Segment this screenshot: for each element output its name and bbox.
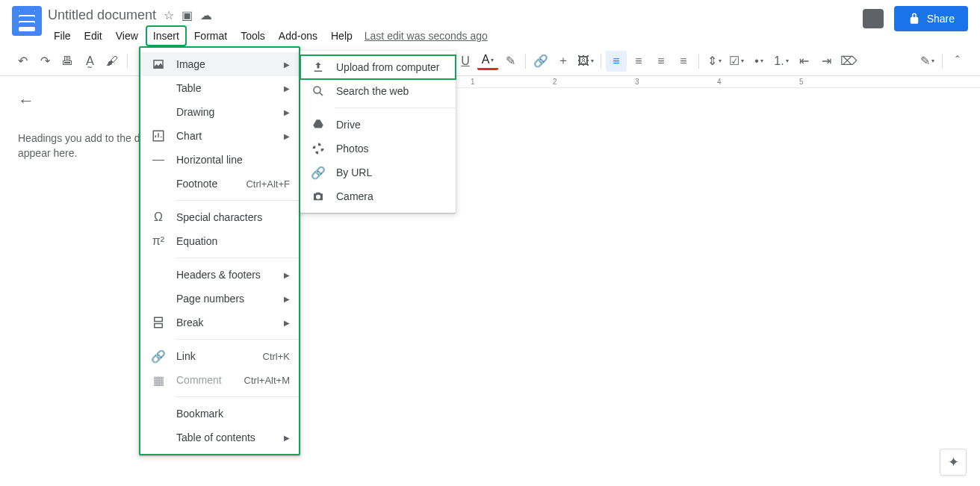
- open-comments-icon[interactable]: [863, 9, 884, 28]
- underline-button[interactable]: U: [455, 51, 476, 72]
- submenu-arrow-icon: ▶: [284, 271, 290, 279]
- menu-file[interactable]: File: [48, 27, 77, 45]
- increase-indent-button[interactable]: ⇥: [816, 51, 837, 72]
- spellcheck-button[interactable]: A̰: [79, 51, 100, 72]
- editing-mode-button[interactable]: ✎: [917, 51, 937, 72]
- print-button[interactable]: 🖶: [57, 51, 78, 72]
- menu-addons[interactable]: Add-ons: [273, 27, 323, 45]
- clear-formatting-button[interactable]: ⌦: [838, 51, 859, 72]
- bulleted-list-button[interactable]: •: [748, 51, 769, 72]
- insert-image-item[interactable]: Image ▶: [140, 52, 299, 76]
- menu-label: Footnote: [176, 178, 235, 190]
- menu-label: Comment: [176, 374, 234, 386]
- submenu-arrow-icon: ▶: [284, 60, 290, 69]
- insert-break-item[interactable]: Break ▶: [140, 311, 299, 334]
- ruler-mark: 5: [799, 78, 804, 86]
- blank-icon: [151, 267, 166, 282]
- align-center-button[interactable]: ≡: [628, 51, 649, 72]
- submenu-arrow-icon: ▶: [284, 108, 290, 116]
- separator: [525, 54, 526, 69]
- menu-separator: [335, 108, 456, 108]
- insert-page-numbers-item[interactable]: Page numbers ▶: [140, 287, 299, 311]
- camera-item[interactable]: Camera: [300, 184, 456, 208]
- menu-tools[interactable]: Tools: [235, 27, 271, 45]
- pi-icon: π²: [151, 234, 166, 249]
- submenu-arrow-icon: ▶: [284, 319, 290, 327]
- align-justify-button[interactable]: ≡: [673, 51, 694, 72]
- insert-link-item[interactable]: 🔗 Link Ctrl+K: [140, 344, 299, 368]
- redo-button[interactable]: ↷: [34, 51, 55, 72]
- svg-rect-1: [155, 317, 163, 321]
- insert-comment-item[interactable]: ▦ Comment Ctrl+Alt+M: [140, 368, 299, 392]
- explore-button[interactable]: ✦: [940, 449, 967, 476]
- hide-menus-button[interactable]: ˆ: [947, 51, 968, 72]
- menu-label: Headers & footers: [176, 269, 273, 281]
- share-button[interactable]: Share: [894, 6, 968, 31]
- link-icon: 🔗: [151, 349, 166, 364]
- menu-label: Drawing: [176, 106, 273, 118]
- cloud-status-icon[interactable]: ☁: [200, 8, 212, 22]
- menu-bar: File Edit View Insert Format Tools Add-o…: [48, 25, 863, 46]
- menu-format[interactable]: Format: [188, 27, 233, 45]
- add-comment-button[interactable]: ＋: [553, 51, 574, 72]
- decrease-indent-button[interactable]: ⇤: [793, 51, 814, 72]
- camera-icon: [311, 189, 326, 204]
- insert-table-of-contents-item[interactable]: Table of contents ▶: [140, 426, 299, 449]
- last-edit-link[interactable]: Last edit was seconds ago: [365, 30, 488, 42]
- document-title[interactable]: Untitled document: [48, 7, 156, 23]
- ruler-mark: 2: [553, 78, 557, 86]
- align-right-button[interactable]: ≡: [651, 51, 672, 72]
- omega-icon: Ω: [151, 210, 166, 225]
- star-icon[interactable]: ☆: [164, 8, 174, 22]
- page-break-icon: [151, 315, 166, 330]
- docs-logo[interactable]: [12, 6, 42, 36]
- photos-icon: [311, 141, 326, 156]
- share-label: Share: [927, 13, 955, 25]
- insert-chart-item[interactable]: Chart ▶: [140, 124, 299, 148]
- shortcut-text: Ctrl+K: [263, 351, 290, 362]
- menu-label: Upload from computer: [336, 61, 447, 73]
- comment-icon: ▦: [151, 373, 166, 387]
- highlight-button[interactable]: ✎: [500, 51, 521, 72]
- drive-icon: [311, 117, 326, 132]
- move-icon[interactable]: ▣: [182, 8, 193, 22]
- menu-separator: [175, 200, 299, 201]
- drive-item[interactable]: Drive: [300, 113, 456, 137]
- insert-special-characters-item[interactable]: Ω Special characters: [140, 205, 299, 229]
- menu-separator: [175, 339, 299, 340]
- upload-from-computer-item[interactable]: Upload from computer: [300, 55, 456, 79]
- photos-item[interactable]: Photos: [300, 137, 456, 161]
- svg-rect-2: [155, 324, 163, 328]
- insert-drawing-item[interactable]: Drawing ▶: [140, 100, 299, 124]
- insert-footnote-item[interactable]: Footnote Ctrl+Alt+F: [140, 172, 299, 196]
- insert-headers-footers-item[interactable]: Headers & footers ▶: [140, 263, 299, 287]
- outline-back-icon[interactable]: ←: [18, 91, 34, 110]
- menu-view[interactable]: View: [110, 27, 144, 45]
- checklist-button[interactable]: ☑: [726, 51, 747, 72]
- separator: [127, 54, 128, 69]
- separator: [698, 54, 699, 69]
- align-left-button[interactable]: ≡: [606, 51, 627, 72]
- by-url-item[interactable]: 🔗 By URL: [300, 161, 456, 184]
- menu-label: By URL: [336, 166, 447, 178]
- numbered-list-button[interactable]: 1.: [771, 51, 792, 72]
- insert-table-item[interactable]: Table ▶: [140, 76, 299, 100]
- horizontal-line-icon: —: [151, 152, 166, 167]
- blank-icon: [151, 105, 166, 119]
- search-the-web-item[interactable]: Search the web: [300, 79, 456, 103]
- line-spacing-button[interactable]: ⇕: [704, 51, 725, 72]
- undo-button[interactable]: ↶: [12, 51, 33, 72]
- insert-horizontal-line-item[interactable]: — Horizontal line: [140, 148, 299, 172]
- insert-menu-dropdown: Image ▶ Table ▶ Drawing ▶ Chart ▶ — Hori…: [139, 46, 300, 455]
- insert-bookmark-item[interactable]: Bookmark: [140, 402, 299, 426]
- menu-help[interactable]: Help: [325, 27, 359, 45]
- paint-format-button[interactable]: 🖌: [102, 51, 122, 72]
- insert-equation-item[interactable]: π² Equation: [140, 229, 299, 253]
- menu-edit[interactable]: Edit: [78, 27, 108, 45]
- menu-insert[interactable]: Insert: [146, 25, 187, 46]
- insert-image-button[interactable]: 🖼: [575, 51, 596, 72]
- menu-label: Table: [176, 82, 273, 94]
- menu-label: Drive: [336, 119, 447, 131]
- text-color-button[interactable]: A: [477, 52, 498, 70]
- insert-link-button[interactable]: 🔗: [530, 51, 551, 72]
